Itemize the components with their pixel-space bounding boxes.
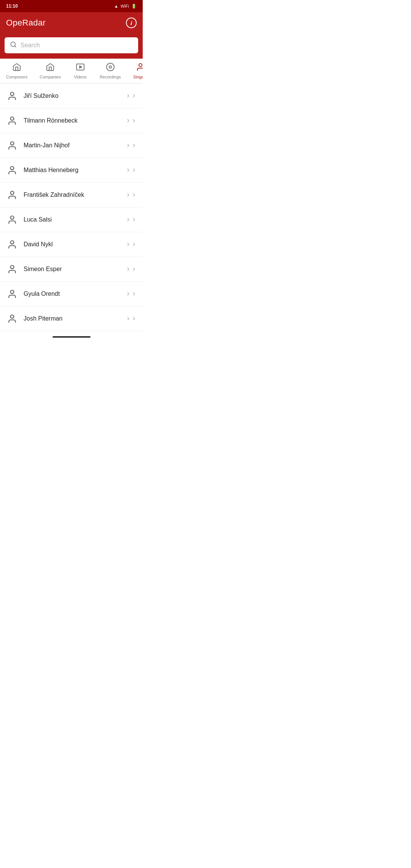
singer-name: Martin-Jan Nijhof — [24, 142, 120, 149]
tab-companies[interactable]: Companies — [33, 59, 67, 83]
chevron-icon — [126, 192, 137, 198]
svg-point-16 — [11, 315, 14, 318]
home-indicator — [53, 336, 91, 338]
app-header: OpeRadar i — [0, 12, 143, 34]
person-icon — [6, 139, 18, 152]
signal-icon: ▲ — [114, 4, 118, 8]
status-icons: ▲ WiFi 🔋 — [114, 4, 137, 9]
nav-tabs: Composers Companies Videos Recordings — [0, 59, 143, 84]
svg-point-15 — [11, 290, 14, 294]
search-icon — [10, 41, 17, 49]
tab-videos[interactable]: Videos — [67, 59, 94, 83]
svg-point-13 — [11, 241, 14, 244]
person-icon — [6, 238, 18, 251]
videos-icon — [76, 62, 85, 73]
list-item[interactable]: Martin-Jan Nijhof — [0, 133, 143, 158]
svg-point-10 — [11, 166, 14, 170]
search-container — [0, 34, 143, 59]
singer-name: Simeon Esper — [24, 266, 120, 273]
list-item[interactable]: Jiří Sulženko — [0, 84, 143, 108]
svg-point-12 — [11, 216, 14, 219]
person-icon — [6, 313, 18, 325]
person-icon — [6, 263, 18, 275]
person-icon — [6, 189, 18, 201]
svg-point-9 — [11, 142, 14, 145]
svg-point-14 — [11, 265, 14, 269]
singers-icon — [136, 62, 143, 73]
svg-point-11 — [11, 191, 14, 195]
singer-name: Josh Piterman — [24, 315, 120, 322]
app-title: OpeRadar — [6, 18, 46, 28]
person-icon — [6, 214, 18, 226]
wifi-icon: WiFi — [121, 4, 129, 8]
chevron-icon — [126, 118, 137, 123]
tab-composers[interactable]: Composers — [0, 59, 33, 83]
chevron-icon — [126, 217, 137, 222]
list-item[interactable]: Gyula Orendt — [0, 282, 143, 306]
singers-list: Jiří Sulženko Tilmann Rönnebeck — [0, 84, 143, 331]
chevron-icon — [126, 242, 137, 247]
singer-name: František Zahradníček — [24, 191, 120, 198]
singer-name: Jiří Sulženko — [24, 93, 120, 99]
tab-singers-label: Singers — [133, 75, 143, 79]
list-item[interactable]: Josh Piterman — [0, 306, 143, 331]
chevron-icon — [126, 291, 137, 297]
tab-recordings-label: Recordings — [100, 75, 121, 79]
svg-point-6 — [139, 64, 142, 67]
list-item[interactable]: Tilmann Rönnebeck — [0, 108, 143, 133]
singer-name: David Nykl — [24, 241, 120, 248]
person-icon — [6, 164, 18, 176]
list-item[interactable]: Matthias Henneberg — [0, 158, 143, 183]
battery-icon: 🔋 — [131, 4, 137, 9]
recordings-icon — [106, 62, 115, 73]
info-button[interactable]: i — [126, 18, 137, 28]
chevron-icon — [126, 168, 137, 173]
svg-point-5 — [109, 66, 112, 68]
person-icon — [6, 90, 18, 102]
companies-icon — [46, 62, 55, 73]
svg-point-7 — [11, 92, 14, 96]
list-item[interactable]: František Zahradníček — [0, 183, 143, 207]
list-item[interactable]: Simeon Esper — [0, 257, 143, 282]
home-bar — [0, 331, 143, 343]
tab-singers[interactable]: Singers — [127, 59, 143, 83]
tab-composers-label: Composers — [6, 75, 27, 79]
list-item[interactable]: David Nykl — [0, 232, 143, 257]
list-item[interactable]: Luca Salsi — [0, 207, 143, 232]
svg-line-1 — [14, 46, 16, 47]
svg-marker-3 — [80, 66, 82, 68]
chevron-icon — [126, 143, 137, 148]
chevron-icon — [126, 316, 137, 321]
person-icon — [6, 288, 18, 300]
singer-name: Gyula Orendt — [24, 290, 120, 297]
person-icon — [6, 115, 18, 127]
chevron-icon — [126, 266, 137, 272]
status-bar: 11:10 ▲ WiFi 🔋 — [0, 0, 143, 12]
status-time: 11:10 — [6, 3, 18, 9]
svg-point-8 — [11, 117, 14, 120]
tab-videos-label: Videos — [74, 75, 86, 79]
singer-name: Matthias Henneberg — [24, 167, 120, 174]
tab-companies-label: Companies — [40, 75, 61, 79]
tab-recordings[interactable]: Recordings — [94, 59, 127, 83]
chevron-icon — [126, 93, 137, 99]
singer-name: Tilmann Rönnebeck — [24, 117, 120, 124]
svg-point-4 — [107, 63, 114, 71]
search-bar[interactable] — [5, 37, 138, 53]
composers-icon — [12, 62, 21, 73]
singer-name: Luca Salsi — [24, 216, 120, 223]
search-input[interactable] — [21, 42, 133, 49]
